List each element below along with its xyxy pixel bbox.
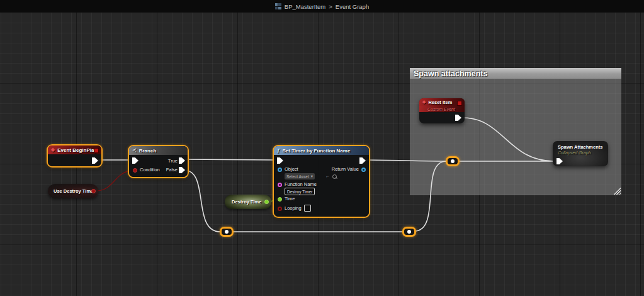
delegate-pin-icon[interactable] xyxy=(457,101,462,106)
node-set-timer-by-function-name[interactable]: ƒ Set Timer by Function Name Object Retu… xyxy=(274,146,369,217)
reset-item-subtitle-row: Custom Event xyxy=(419,106,465,112)
event-icon: ◈ xyxy=(422,100,426,105)
comment-header[interactable]: Spawn attachments xyxy=(410,68,621,79)
chevron-down-icon: ▾ xyxy=(311,174,313,179)
comment-resize-handle[interactable] xyxy=(613,187,621,195)
exec-input-pin[interactable] xyxy=(556,158,563,164)
time-pin-label: Time xyxy=(285,196,295,202)
reset-item-title: Reset Item xyxy=(428,100,452,105)
spawn-attachments-subtitle: Collapsed Graph xyxy=(558,151,591,155)
false-pin-label: False xyxy=(166,167,178,173)
bool-output-pin[interactable] xyxy=(91,189,96,193)
node-get-destroy-time[interactable]: Destroy Time xyxy=(225,195,271,209)
blueprint-icon xyxy=(275,3,281,9)
looping-pin-label: Looping xyxy=(285,205,302,211)
node-spawn-attachments[interactable]: Spawn Attachments Collapsed Graph xyxy=(553,141,608,166)
comment-title: Spawn attachments xyxy=(414,69,487,78)
function-name-input-pin[interactable] xyxy=(278,183,282,187)
spawn-attachments-title: Spawn Attachments xyxy=(558,144,602,150)
breadcrumb-root[interactable]: BP_MasterItem xyxy=(285,3,325,10)
looping-input-pin[interactable] xyxy=(278,207,282,211)
reroute-node-1[interactable] xyxy=(220,227,234,237)
event-beginplay-header: ◈ Event BeginPlay xyxy=(48,145,101,154)
use-selected-asset-icon[interactable]: ← xyxy=(325,174,330,178)
browse-asset-icon[interactable] xyxy=(332,174,337,179)
return-value-output-pin[interactable] xyxy=(361,168,366,172)
use-destroy-time-label: Use Destroy Time xyxy=(54,188,93,194)
exec-input-pin[interactable] xyxy=(132,157,138,164)
event-icon: ◈ xyxy=(51,147,55,152)
time-input-pin[interactable] xyxy=(278,197,282,202)
condition-pin-label: Condition xyxy=(140,167,160,173)
function-name-value: Destroy Timer xyxy=(287,190,312,194)
function-icon: ƒ xyxy=(277,148,280,153)
reroute-node-2[interactable] xyxy=(402,227,416,237)
exec-output-pin[interactable] xyxy=(359,157,366,164)
function-name-label: Function Name xyxy=(285,181,317,187)
node-reset-item[interactable]: ◈ Reset Item Custom Event xyxy=(419,98,465,123)
exec-input-pin[interactable] xyxy=(277,157,283,164)
condition-input-pin[interactable] xyxy=(133,168,137,173)
delegate-pin-icon[interactable] xyxy=(94,148,99,153)
branch-header: ≺ Branch xyxy=(129,146,188,155)
branch-icon: ≺ xyxy=(132,148,137,153)
reset-item-subtitle: Custom Event xyxy=(427,107,455,111)
comment-spawn-attachments: Spawn attachments xyxy=(410,68,621,195)
object-pin-label: Object xyxy=(285,166,298,172)
breadcrumb-current[interactable]: Event Graph xyxy=(336,3,369,10)
graph-title-bar: BP_MasterItem > Event Graph xyxy=(0,0,644,13)
set-timer-title: Set Timer by Function Name xyxy=(282,148,350,154)
return-value-label: Return Value xyxy=(332,166,359,172)
node-branch[interactable]: ≺ Branch True Condition False xyxy=(129,146,188,177)
branch-title: Branch xyxy=(139,148,157,154)
exec-output-pin[interactable] xyxy=(455,115,461,121)
breadcrumb-separator-icon: > xyxy=(329,3,332,10)
event-beginplay-title: Event BeginPlay xyxy=(57,147,97,153)
looping-checkbox[interactable] xyxy=(304,205,311,212)
reroute-node-3[interactable] xyxy=(446,156,460,166)
false-exec-output-pin[interactable] xyxy=(179,167,185,173)
object-input-pin[interactable] xyxy=(278,168,282,172)
select-asset-value: Select Asset xyxy=(286,174,309,179)
set-timer-header: ƒ Set Timer by Function Name xyxy=(274,146,369,155)
true-exec-output-pin[interactable] xyxy=(179,157,185,164)
true-pin-label: True xyxy=(168,158,178,164)
node-event-beginplay[interactable]: ◈ Event BeginPlay xyxy=(48,145,101,166)
exec-output-pin[interactable] xyxy=(92,157,98,164)
destroy-time-label: Destroy Time xyxy=(232,199,261,205)
select-asset-dropdown[interactable]: Select Asset ▾ xyxy=(285,173,315,179)
function-name-input[interactable]: Destroy Timer xyxy=(285,188,315,195)
comment-body xyxy=(410,79,621,195)
node-get-use-destroy-time[interactable]: Use Destroy Time xyxy=(48,184,98,198)
float-output-pin[interactable] xyxy=(264,200,269,204)
